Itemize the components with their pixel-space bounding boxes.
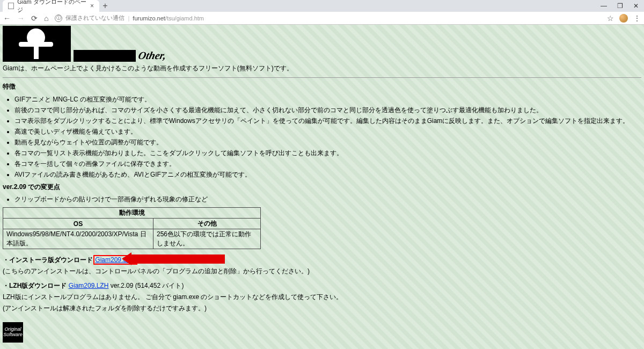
home-button[interactable]: ⌂ xyxy=(44,14,48,23)
tab-close-icon[interactable]: × xyxy=(90,2,94,10)
back-button[interactable]: ← xyxy=(3,14,11,23)
security-status-text: 保護されていない通信 xyxy=(65,14,125,22)
lzh-download-link[interactable]: Giam209.LZH xyxy=(69,282,109,289)
divider xyxy=(3,77,641,78)
page-favicon xyxy=(8,3,14,9)
installer-download-line: ・インストーラ版ダウンロード Giam209.EXE ver.2. xyxy=(3,256,641,265)
security-info-icon[interactable]: ⓘ xyxy=(55,14,62,22)
browser-tab[interactable]: Giam ダウンロードのページ × xyxy=(3,0,99,12)
new-tab-button[interactable]: + xyxy=(99,1,111,11)
window-close-button[interactable]: ✕ xyxy=(628,2,644,10)
table-header-other: その他 xyxy=(153,219,261,229)
lzh-note-1: LZH版にインストールプログラムはありません。 ご自分で giam.exe のシ… xyxy=(3,293,641,302)
list-item: 前後のコマで同じ部分があれば、コマのサイズを小さくする最適化機能に加えて、小さく… xyxy=(14,105,641,115)
address-bar[interactable]: ⓘ 保護されていない通信 | furumizo.net/tsu/giamd.ht… xyxy=(55,14,601,22)
profile-avatar[interactable] xyxy=(619,14,628,23)
list-item: 各コマを一括して個々の画像ファイルに保存できます。 xyxy=(14,159,641,169)
original-software-badge: Original Software xyxy=(3,322,23,343)
installer-note: (こちらのアンインストールは、コントロールパネルの「プログラムの追加と削除」から… xyxy=(3,267,641,276)
tab-title: Giam ダウンロードのページ xyxy=(17,0,87,14)
browser-menu-icon[interactable]: ⋮ xyxy=(633,14,641,23)
intro-text: Giamは、ホームページ上でよく見かけるこのような動画を作成するフリーソフト(無… xyxy=(3,64,641,73)
changes-heading: ver.2.09 での変更点 xyxy=(3,183,641,192)
changes-list: クリップボードからの貼りつけで一部画像がずれる現象の修正など xyxy=(14,194,641,204)
reload-button[interactable]: ⟳ xyxy=(31,14,38,23)
giam-logo xyxy=(3,26,71,62)
lzh-download-line: ・LZH版ダウンロード Giam209.LZH ver.2.09 (514,45… xyxy=(3,281,641,290)
list-item: コマ表示部をダブルクリックすることにより、標準でWindowsアクセサリの「ペイ… xyxy=(14,116,641,126)
header-images: Other, xyxy=(3,25,641,62)
features-list: GIFアニメと MNG-LC の相互変換が可能です。 前後のコマで同じ部分があれ… xyxy=(14,94,641,179)
list-item: 動画を見ながらウェイトや位置の調整が可能です。 xyxy=(14,137,641,147)
environment-table: 動作環境 OS その他 Windows95/98/ME/NT4.0/2000/2… xyxy=(3,207,261,249)
list-item: GIFアニメと MNG-LC の相互変換が可能です。 xyxy=(14,94,641,104)
table-cell-os: Windows95/98/ME/NT4.0/2000/2003/XP/Vista… xyxy=(3,229,153,249)
table-header-os: OS xyxy=(3,219,153,229)
list-item: 各コマの一覧リスト表示機能が加わりました。ここをダブルクリックして編集ソフトを呼… xyxy=(14,148,641,158)
script-logo: Other, xyxy=(137,49,168,62)
demo-animation xyxy=(74,50,136,62)
table-cell-other: 256色以下の環境では正常に動作しません。 xyxy=(153,229,261,249)
bookmark-star-icon[interactable]: ☆ xyxy=(607,14,614,23)
window-maximize-button[interactable]: ❐ xyxy=(612,2,628,10)
lzh-note-2: (アンインストールは解凍されたフォルダを削除するだけですみます。) xyxy=(3,304,641,313)
features-heading: 特徴 xyxy=(3,82,641,91)
url-text: furumizo.net/tsu/giamd.htm xyxy=(133,15,204,21)
window-minimize-button[interactable]: — xyxy=(596,2,612,10)
installer-download-link[interactable]: Giam209.EXE xyxy=(94,256,136,264)
forward-button[interactable]: → xyxy=(17,14,25,23)
list-item: クリップボードからの貼りつけで一部画像がずれる現象の修正など xyxy=(14,194,641,204)
table-caption: 動作環境 xyxy=(3,208,261,219)
list-item: AVIファイルの読み書き機能があるため、AVIとGIFアニメの相互変換が可能です… xyxy=(14,170,641,179)
list-item: 高速で美しいディザ機能を備えています。 xyxy=(14,127,641,136)
